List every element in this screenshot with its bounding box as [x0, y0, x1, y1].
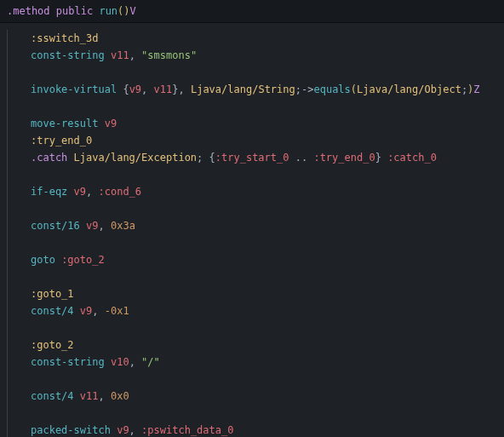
blank-line [0, 371, 504, 388]
gutter [7, 422, 15, 437]
register: v9 [129, 81, 141, 98]
code-line: const-string v11, "smsmons" [0, 47, 504, 64]
opcode: packed-switch [31, 422, 111, 437]
code-line: invoke-virtual {v9, v11}, Ljava/lang/Str… [0, 81, 504, 98]
access-modifier: public [56, 5, 93, 17]
code-line: goto :goto_2 [0, 251, 504, 268]
code-line: if-eqz v9, :cond_6 [0, 183, 504, 200]
opcode: const-string [31, 354, 105, 371]
code-line: const/16 v9, 0x3a [0, 217, 504, 234]
gutter [7, 47, 15, 64]
blank-line [0, 319, 504, 336]
blank-line [0, 405, 504, 422]
blank-line [0, 98, 504, 115]
opcode: const-string [31, 47, 105, 64]
sticky-method-header: .method public run()V [0, 0, 504, 23]
register: v10 [111, 354, 129, 371]
code-line: const/4 v9, -0x1 [0, 302, 504, 319]
code-line: const/4 v11, 0x0 [0, 388, 504, 405]
blank-line [0, 64, 504, 81]
gutter [7, 30, 15, 47]
gutter [7, 132, 15, 149]
opcode: const/4 [31, 302, 74, 319]
register: v9 [80, 302, 92, 319]
number-literal: 0x3a [111, 217, 135, 234]
class-ref: Ljava/lang/Exception [74, 149, 198, 166]
gutter [7, 81, 15, 98]
label: :try_end_0 [31, 132, 92, 149]
code-line: const-string v10, "/" [0, 354, 504, 371]
register: v11 [111, 47, 129, 64]
register: v9 [86, 217, 98, 234]
gutter [7, 115, 15, 132]
label-ref: :try_start_0 [215, 149, 289, 166]
blank-line [0, 268, 504, 285]
code-line: .catch Ljava/lang/Exception; {:try_start… [0, 149, 504, 166]
class-ref: Ljava/lang/String [191, 81, 295, 98]
opcode: if-eqz [31, 183, 67, 200]
label-ref: :cond_6 [99, 183, 142, 200]
blank-line [0, 234, 504, 251]
method-name: run [99, 5, 117, 17]
return-type: V [130, 5, 136, 17]
gutter [7, 302, 15, 319]
label-ref: :catch_0 [387, 149, 437, 166]
gutter [7, 388, 15, 405]
gutter [7, 149, 15, 166]
register: v11 [80, 388, 99, 405]
class-ref: Ljava/lang/Object [357, 81, 461, 98]
number-literal: 0x0 [111, 388, 129, 405]
code-line: :goto_2 [0, 336, 504, 354]
register: v9 [105, 115, 117, 132]
gutter [7, 285, 15, 302]
code-line: :sswitch_3d [0, 30, 504, 47]
code-line: :goto_1 [0, 285, 504, 302]
label: :goto_2 [31, 336, 74, 354]
label-ref: :try_end_0 [313, 149, 375, 166]
gutter [7, 217, 15, 234]
opcode: const/16 [31, 217, 80, 234]
register: v9 [74, 183, 86, 200]
method-ref: equals [313, 81, 350, 98]
label-ref: :goto_2 [61, 251, 105, 268]
string-literal: "/" [141, 354, 160, 371]
label-ref: :pswitch_data_0 [141, 422, 233, 437]
code-editor[interactable]: :sswitch_3d const-string v11, "smsmons" … [0, 23, 504, 437]
catch-directive: .catch [31, 149, 67, 166]
opcode: invoke-virtual [31, 81, 117, 98]
string-literal: "smsmons" [141, 47, 197, 64]
code-line: packed-switch v9, :pswitch_data_0 [0, 422, 504, 437]
opcode: const/4 [31, 388, 74, 405]
register: v11 [154, 81, 173, 98]
code-line: :try_end_0 [0, 132, 504, 149]
gutter [7, 336, 15, 354]
code-line: move-result v9 [0, 115, 504, 132]
paren-close: ) [123, 5, 129, 17]
gutter [7, 354, 15, 371]
register: v9 [117, 422, 129, 437]
opcode: move-result [31, 115, 98, 132]
blank-line [0, 166, 504, 183]
method-directive: .method [7, 5, 50, 17]
gutter [7, 183, 15, 200]
number-literal: -0x1 [105, 302, 129, 319]
label: :goto_1 [31, 285, 74, 302]
opcode: goto [31, 251, 55, 268]
label: :sswitch_3d [31, 30, 98, 47]
blank-line [0, 200, 504, 217]
gutter [7, 251, 15, 268]
